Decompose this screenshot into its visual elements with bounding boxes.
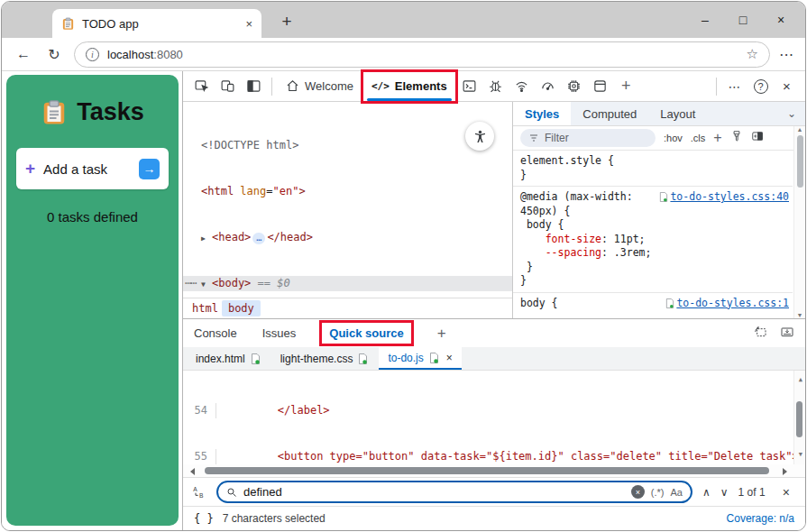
devtools-panel: Welcome </> Elements + ⋯ ? × xyxy=(182,71,805,530)
code-vertical-scrollbar[interactable]: ▲▼ xyxy=(793,371,805,464)
pretty-print-icon[interactable]: { } xyxy=(194,512,214,525)
add-task-field[interactable]: + Add a task → xyxy=(16,148,169,189)
titlebar: TODO app × + – □ × xyxy=(2,2,805,38)
undock-drawer-icon[interactable] xyxy=(753,325,767,342)
tab-welcome-label: Welcome xyxy=(305,79,353,93)
browser-window: TODO app × + – □ × ← ↻ i localhost:8080 … xyxy=(1,1,806,531)
stylesheet-link[interactable]: to-do-styles.css:40 xyxy=(659,190,789,205)
add-drawer-tab-button[interactable]: + xyxy=(437,325,446,343)
window-close-button[interactable]: × xyxy=(762,2,800,38)
url-field[interactable]: i localhost:8080 ☆ xyxy=(74,41,770,68)
match-case-toggle[interactable]: Aa xyxy=(671,487,683,498)
activity-bar-toggle-icon[interactable] xyxy=(241,73,267,100)
code-line: 54 </label> xyxy=(183,403,805,418)
network-wifi-icon[interactable] xyxy=(509,73,535,100)
browser-menu-button[interactable]: ⋯ xyxy=(779,46,794,63)
file-tab-index-html[interactable]: index.html xyxy=(187,347,270,370)
devtools-close-button[interactable]: × xyxy=(774,73,800,100)
new-style-rule-button[interactable]: + xyxy=(713,130,721,146)
regex-toggle[interactable]: (.*) xyxy=(651,487,665,498)
submit-task-button[interactable]: → xyxy=(139,159,160,179)
debugger-bug-icon[interactable] xyxy=(482,73,509,100)
find-replace-toggle-icon[interactable]: AB xyxy=(192,485,206,500)
bookmark-star-icon[interactable]: ☆ xyxy=(747,46,758,62)
scroll-right-arrow[interactable] xyxy=(783,468,787,475)
window-maximize-button[interactable]: □ xyxy=(724,2,762,38)
collapse-arrow-icon[interactable]: ▼ xyxy=(201,277,206,292)
tree-line-head[interactable]: ▶<head>…</head> xyxy=(183,230,512,245)
tree-line-body[interactable]: ⋯⋯▼<body> == $0 xyxy=(183,276,512,291)
drawer-tabs: Console Issues Quick source + xyxy=(183,319,805,347)
tab-layout[interactable]: Layout xyxy=(648,102,707,125)
tab-issues[interactable]: Issues xyxy=(262,326,297,340)
file-icon xyxy=(251,353,261,364)
console-icon[interactable] xyxy=(456,73,482,100)
style-rule-media[interactable]: to-do-styles.css:40@media (max-width:450… xyxy=(513,187,793,293)
scrollbar-thumb[interactable] xyxy=(797,135,803,188)
find-previous-button[interactable]: ∧ xyxy=(702,486,711,499)
devtools-more-menu[interactable]: ⋯ xyxy=(721,73,747,100)
refresh-button[interactable]: ↻ xyxy=(43,46,65,63)
browser-tab[interactable]: TODO app × xyxy=(52,9,261,38)
code-horizontal-scrollbar[interactable] xyxy=(183,464,805,477)
file-tab-light-theme-css[interactable]: light-theme.css xyxy=(271,347,378,370)
tab-console[interactable]: Console xyxy=(194,326,237,340)
scroll-left-arrow[interactable] xyxy=(190,468,195,475)
tree-line-html[interactable]: <html lang="en"> xyxy=(183,184,512,199)
computed-pane-toggle-icon[interactable] xyxy=(751,130,764,146)
device-emulation-icon[interactable] xyxy=(215,73,241,100)
performance-gauge-icon[interactable] xyxy=(535,73,561,100)
window-minimize-button[interactable]: – xyxy=(686,2,724,38)
chevron-down-icon[interactable]: ⌄ xyxy=(787,102,805,125)
accessibility-overlay-button[interactable] xyxy=(465,122,494,151)
site-info-icon[interactable]: i xyxy=(86,48,99,61)
tab-elements-label: Elements xyxy=(395,79,447,93)
more-tools-button[interactable]: + xyxy=(613,73,639,100)
back-button[interactable]: ← xyxy=(13,46,34,62)
dock-drawer-icon[interactable] xyxy=(780,325,794,342)
breadcrumb-html[interactable]: html xyxy=(192,302,218,315)
source-code-view[interactable]: 54 </label> 55 <button type="button" dat… xyxy=(183,371,805,464)
search-input[interactable]: defined × (.*) Aa xyxy=(216,481,692,503)
node-menu-dots[interactable]: ⋯⋯ xyxy=(185,276,196,291)
stylesheet-link[interactable]: to-do-styles.css:1 xyxy=(665,297,789,311)
application-box-icon[interactable] xyxy=(587,73,613,100)
code-icon: </> xyxy=(371,80,390,92)
styles-filter-input[interactable]: Filter xyxy=(520,129,656,147)
file-tab-to-do-js[interactable]: to-do.js× xyxy=(379,347,461,370)
paintbrush-icon[interactable] xyxy=(730,130,743,146)
clear-search-icon[interactable]: × xyxy=(631,485,645,499)
style-rule-element[interactable]: element.style {} xyxy=(513,151,793,187)
tab-computed[interactable]: Computed xyxy=(571,102,648,125)
scrollbar-thumb[interactable] xyxy=(796,401,802,437)
tab-quick-source[interactable]: Quick source xyxy=(321,322,411,344)
svg-text:A: A xyxy=(193,485,197,491)
hover-state-toggle[interactable]: :hov xyxy=(664,133,683,143)
style-rule-body[interactable]: to-do-styles.css:1body { xyxy=(513,293,793,315)
inspect-icon[interactable] xyxy=(188,73,215,100)
svg-text:B: B xyxy=(199,492,204,499)
toolbar-divider xyxy=(271,78,272,96)
close-find-bar-icon[interactable]: × xyxy=(783,485,790,500)
selection-status: 7 characters selected xyxy=(223,512,326,525)
tab-styles[interactable]: Styles xyxy=(513,102,571,125)
breadcrumb-body[interactable]: body xyxy=(222,300,261,316)
new-tab-button[interactable]: + xyxy=(274,9,299,34)
file-icon xyxy=(665,298,674,308)
scrollbar-thumb[interactable] xyxy=(205,467,769,474)
class-toggle[interactable]: .cls xyxy=(691,133,706,143)
tree-line-doctype[interactable]: <!DOCTYPE html> xyxy=(183,138,512,153)
task-count-status: 0 tasks defined xyxy=(6,209,179,225)
memory-chip-icon[interactable] xyxy=(561,73,587,100)
plus-icon: + xyxy=(25,159,35,179)
styles-scrollbar[interactable]: ▲▼ xyxy=(793,126,805,318)
expand-arrow-icon[interactable]: ▶ xyxy=(201,231,206,246)
coverage-link[interactable]: Coverage: n/a xyxy=(727,512,794,525)
tab-close-icon[interactable]: × xyxy=(245,17,252,31)
find-next-button[interactable]: ∨ xyxy=(720,486,729,499)
tab-elements[interactable]: </> Elements xyxy=(362,71,456,102)
devtools-help-icon[interactable]: ? xyxy=(747,73,774,100)
tab-welcome[interactable]: Welcome xyxy=(277,71,362,102)
collapsed-content-button[interactable]: … xyxy=(252,233,265,244)
close-file-icon[interactable]: × xyxy=(446,352,453,364)
